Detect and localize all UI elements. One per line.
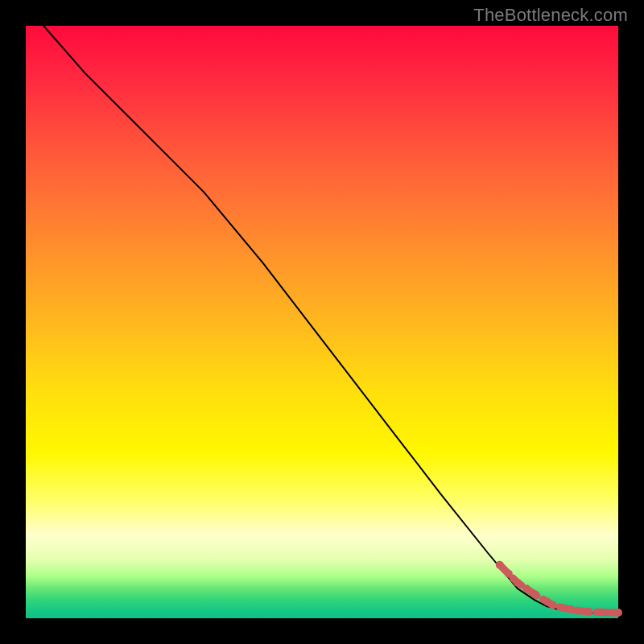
svg-point-10 bbox=[584, 608, 592, 616]
highlight-dots bbox=[496, 561, 622, 617]
svg-point-4 bbox=[531, 591, 539, 599]
chart-svg bbox=[26, 26, 618, 618]
svg-point-7 bbox=[558, 604, 566, 612]
svg-point-2 bbox=[514, 579, 522, 587]
svg-point-0 bbox=[496, 561, 504, 569]
svg-point-6 bbox=[549, 601, 557, 609]
plot-area bbox=[26, 26, 618, 618]
chart-frame: TheBottleneck.com bbox=[0, 0, 644, 644]
svg-point-11 bbox=[597, 609, 605, 617]
svg-point-9 bbox=[573, 606, 581, 614]
svg-point-13 bbox=[614, 609, 622, 617]
svg-point-3 bbox=[522, 584, 530, 592]
svg-point-1 bbox=[505, 570, 513, 578]
watermark-text: TheBottleneck.com bbox=[473, 5, 628, 26]
curve-line bbox=[43, 26, 618, 613]
